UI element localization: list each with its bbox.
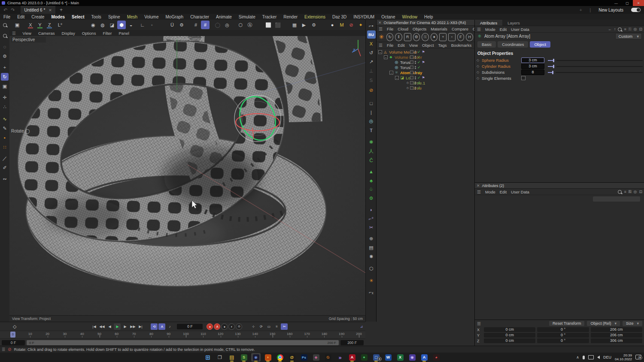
record-rotation-toggle[interactable]: ⊙ bbox=[236, 323, 242, 330]
octane-close-icon[interactable]: ✕ bbox=[378, 21, 382, 25]
play-button[interactable]: ▶ bbox=[114, 323, 121, 330]
coord-pos-x[interactable]: 0 cm bbox=[484, 327, 535, 332]
tree-item-volume-builder[interactable]: –♣Volume Builder✓ bbox=[377, 54, 475, 60]
property-value-field[interactable]: 8 bbox=[521, 69, 544, 75]
octane-panel-header[interactable]: ✕ OctaneRender For Cinema 4D 2022.1-X83-… bbox=[377, 20, 475, 26]
volume-mesher-icon[interactable]: ♧ bbox=[367, 185, 376, 193]
enabled-check-icon[interactable]: ✓ bbox=[417, 86, 421, 90]
display-icon[interactable] bbox=[588, 355, 594, 359]
pencil-tool-icon[interactable]: ✐ bbox=[1, 164, 9, 172]
coordinate-system-icon[interactable]: L° bbox=[56, 21, 64, 29]
viewport-menu-display[interactable]: Display bbox=[62, 31, 75, 36]
bu-plugin-icon[interactable]: BU bbox=[367, 30, 376, 39]
loop-toggle[interactable]: ⟲ bbox=[151, 323, 158, 330]
tree-item-loft[interactable]: –◪Loft✓⚑ bbox=[377, 75, 475, 80]
menu-character[interactable]: Character bbox=[187, 15, 213, 19]
lock-resolution-button[interactable]: ⚿ bbox=[422, 33, 429, 41]
object-name[interactable]: Torus bbox=[400, 65, 410, 70]
goto-end-button[interactable]: ▶| bbox=[137, 323, 144, 330]
taskbar-badge-6-app[interactable]: ◻6 bbox=[371, 353, 381, 362]
up-arrow-icon[interactable]: ↑ bbox=[614, 27, 616, 31]
layer-toggle[interactable] bbox=[410, 50, 413, 54]
attr-filter-icon[interactable]: ≡ bbox=[624, 27, 626, 31]
picker-button[interactable]: ▫ bbox=[448, 33, 456, 41]
tree-item-atom-array[interactable]: –⚛Atom Array✓ bbox=[377, 70, 475, 75]
attr2-menu-mode[interactable]: Mode bbox=[485, 190, 495, 194]
visibility-dots[interactable] bbox=[415, 87, 416, 90]
taskbar-windows-start[interactable]: ⊞ bbox=[203, 353, 213, 362]
model-mode-icon[interactable]: ⬢ bbox=[117, 21, 126, 29]
maximize-button[interactable]: ▢ bbox=[622, 0, 633, 6]
layer-toggle[interactable] bbox=[410, 55, 413, 59]
attr-track-icon[interactable]: ◎ bbox=[634, 27, 637, 31]
enabled-check-icon[interactable]: ✓ bbox=[417, 60, 421, 64]
layer-toggle[interactable] bbox=[410, 76, 413, 79]
attr-menu-mode[interactable]: Mode bbox=[485, 27, 495, 32]
coord-mode-dropdown[interactable]: Object (Rel)▾ bbox=[587, 321, 620, 326]
menu-insydium[interactable]: INSYDIUM bbox=[350, 15, 378, 19]
keyframe-diamond-icon[interactable]: ◇ bbox=[13, 324, 16, 329]
attributes-2-close-icon[interactable]: ✕ bbox=[477, 184, 480, 188]
attr-burger-icon[interactable]: ☰ bbox=[477, 27, 481, 32]
coord-pos-y[interactable]: 0 cm bbox=[484, 333, 535, 338]
search-icon[interactable] bbox=[0, 21, 9, 29]
attr-popout-icon[interactable]: ⊡ bbox=[639, 27, 642, 31]
hex-eye-icon[interactable]: ⬡ bbox=[236, 21, 245, 29]
viewport-menu-panel[interactable]: Panel bbox=[119, 31, 129, 36]
points-mode-icon[interactable]: ◉ bbox=[89, 21, 97, 29]
layout-add-button[interactable]: + bbox=[580, 8, 582, 12]
volume-builder-icon[interactable]: ♣ bbox=[367, 176, 376, 184]
visibility-dots[interactable] bbox=[415, 56, 416, 59]
add-aov-button[interactable]: + bbox=[439, 33, 447, 41]
render-settings-icon[interactable]: ⚙ bbox=[310, 21, 318, 29]
attr2-popout-icon[interactable]: ⊡ bbox=[639, 190, 642, 194]
menu-daz-3d[interactable]: Daz 3D bbox=[329, 15, 350, 19]
viewport-menu-cameras[interactable]: Cameras bbox=[38, 31, 55, 36]
tag-icon[interactable]: ⚑ bbox=[422, 76, 425, 80]
character-icon[interactable]: 人 bbox=[367, 147, 376, 155]
layer-toggle[interactable] bbox=[410, 81, 413, 84]
material-ball-icon[interactable]: ● bbox=[328, 21, 337, 29]
notification-icon[interactable]: 8 bbox=[635, 355, 641, 360]
find-tool-icon[interactable] bbox=[1, 32, 9, 39]
prev-frame-button[interactable]: ◀ bbox=[106, 323, 113, 330]
snap-toggle[interactable]: ✂ bbox=[281, 323, 288, 330]
quantize-toggle[interactable]: A bbox=[158, 323, 165, 330]
dim-s-icon[interactable]: S bbox=[367, 76, 376, 84]
octane-menu-compare[interactable]: Compare bbox=[452, 27, 468, 31]
axis-corner-icon[interactable]: ⌐• bbox=[367, 21, 376, 30]
keyframe-presets-button[interactable]: ≡ bbox=[273, 323, 280, 330]
playhead[interactable]: 0 bbox=[10, 332, 15, 338]
status-burger-icon[interactable]: ☰ bbox=[2, 347, 5, 352]
sketch-tool-icon[interactable]: ✎ bbox=[1, 124, 9, 132]
language-indicator[interactable]: DEU bbox=[603, 355, 611, 359]
snap-move-icon[interactable]: ✛ bbox=[1, 94, 9, 101]
dim-up-icon[interactable]: ⊥ bbox=[367, 67, 376, 75]
camera-label[interactable]: Default Camera bbox=[174, 37, 204, 42]
octane-gear-icon[interactable]: ✳ bbox=[367, 277, 376, 285]
attr2-lock-icon[interactable]: ⚿ bbox=[629, 190, 632, 194]
taskbar-arrows-app[interactable]: » bbox=[335, 353, 345, 362]
octane-menu-file[interactable]: File bbox=[387, 27, 393, 31]
menu-render[interactable]: Render bbox=[280, 15, 301, 19]
focus-button[interactable]: F bbox=[457, 33, 465, 41]
motext-icon[interactable]: T bbox=[367, 126, 376, 134]
octane-logo-button[interactable]: ✳ bbox=[378, 33, 385, 41]
keyframe-dot-icon[interactable]: ◇ bbox=[477, 64, 480, 68]
record-keyframe-button[interactable]: ● bbox=[207, 323, 213, 330]
workplane-icon[interactable]: ∟ bbox=[138, 21, 147, 29]
multi-axis-icon[interactable]: ∴ bbox=[1, 103, 9, 111]
viewport-canvas[interactable] bbox=[9, 36, 365, 315]
coord-burger-icon[interactable]: ☰ bbox=[477, 321, 481, 326]
tab-layers[interactable]: Layers bbox=[502, 20, 525, 26]
cube-primitive-icon[interactable]: □ bbox=[367, 99, 376, 107]
gear-tool-icon[interactable]: ⚙ bbox=[177, 21, 186, 29]
layer-toggle[interactable] bbox=[410, 66, 413, 69]
om-burger-icon[interactable]: ☰ bbox=[379, 43, 383, 48]
tree-item-volume-mesher[interactable]: –◬Volume Mesher✓⚑ bbox=[377, 49, 475, 54]
torus-primitive-icon[interactable]: ◎ bbox=[367, 117, 376, 125]
range-start-field[interactable]: 0 F bbox=[2, 340, 25, 345]
move-tool-icon[interactable]: + bbox=[1, 63, 9, 71]
back-arrow-icon[interactable]: ← bbox=[608, 27, 612, 31]
visibility-dots[interactable] bbox=[415, 81, 416, 84]
